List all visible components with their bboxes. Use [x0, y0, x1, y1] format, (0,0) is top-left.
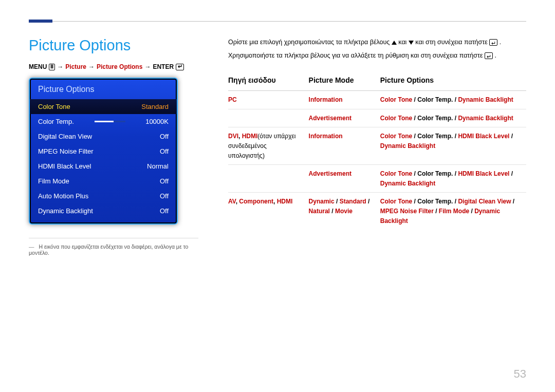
cell-text: Color Temp. [417, 133, 453, 140]
intro-line1a: Ορίστε μια επιλογή χρησιμοποιώντας τα πλ… [228, 39, 392, 46]
cell-text: / [412, 170, 417, 177]
cell-text: / [469, 208, 474, 215]
cell-text: Color Tone [380, 170, 412, 177]
footnote-text: Η εικόνα που εμφανίζεται ενδέχεται να δι… [29, 244, 188, 256]
osd-row-value: Off [160, 207, 169, 215]
osd-row-label: Digital Clean View [38, 133, 92, 140]
breadcrumb: MENU Ⅲ → Picture → Picture Options → ENT… [29, 63, 203, 70]
cell-text: Color Tone [380, 133, 412, 140]
cell-text: Dynamic Backlight [380, 180, 435, 187]
osd-row-label: Film Mode [38, 177, 69, 185]
breadcrumb-picture: Picture [65, 63, 86, 70]
cell-text: Information [309, 96, 343, 103]
cell-text: Color Temp. [417, 198, 453, 205]
table-cell: PC [228, 91, 309, 109]
cell-text: MPEG Noise Filter [380, 208, 434, 215]
note-rule [29, 238, 198, 238]
cell-text: Advertisement [309, 170, 351, 177]
osd-row-value: Standard [141, 103, 169, 110]
th-mode: Picture Mode [309, 71, 380, 91]
osd-row-label: Color Temp. [38, 118, 74, 125]
cell-text: Color Temp. [417, 170, 453, 177]
cell-text: Digital Clean View [458, 198, 511, 205]
intro-text: Ορίστε μια επιλογή χρησιμοποιώντας τα πλ… [228, 37, 526, 62]
osd-row[interactable]: Color ToneStandard [30, 99, 177, 114]
osd-row[interactable]: Dynamic BacklightOff [30, 203, 177, 218]
cell-text: Advertisement [309, 115, 351, 122]
osd-row-label: Dynamic Backlight [38, 207, 93, 215]
osd-row-label: HDMI Black Level [38, 162, 91, 170]
arrow-icon: → [144, 63, 151, 70]
cell-text: HDMI [277, 198, 293, 205]
osd-title: Picture Options [30, 79, 177, 99]
intro-line1b: και στη συνέχεια πατήστε [415, 39, 489, 46]
osd-row-label: Color Tone [38, 103, 70, 110]
cell-text: Dynamic [309, 198, 335, 205]
cell-text: Movie [335, 208, 353, 215]
cell-text: / [453, 170, 458, 177]
osd-row-value: Normal [147, 162, 169, 170]
enter-icon [485, 52, 493, 59]
osd-row[interactable]: Auto Motion PlusOff [30, 189, 177, 203]
cell-text: HDMI Black Level [458, 170, 509, 177]
table-row: AdvertisementColor Tone / Color Temp. / … [228, 165, 526, 193]
slider[interactable] [95, 121, 125, 122]
menu-icon: Ⅲ [49, 64, 55, 70]
breadcrumb-menu: MENU [29, 63, 47, 70]
table-cell: AV, Component, HDMI [228, 193, 309, 230]
intro-line1end: . [499, 39, 501, 46]
cell-text: HDMI Black Level [458, 133, 509, 140]
cell-text: Dynamic Backlight [458, 115, 513, 122]
osd-row[interactable]: Film ModeOff [30, 174, 177, 189]
breadcrumb-picture-options: Picture Options [97, 63, 142, 70]
dash: ― [29, 244, 34, 250]
th-source: Πηγή εισόδου [228, 71, 309, 91]
down-arrow-icon [409, 41, 414, 45]
cell-text: Standard [340, 198, 366, 205]
cell-text: / [335, 198, 340, 205]
table-cell: Information [309, 91, 380, 109]
osd-row-label: Auto Motion Plus [38, 192, 88, 200]
osd-row[interactable]: Digital Clean ViewOff [30, 129, 177, 144]
cell-text: / [453, 96, 458, 103]
intro-line1mid: και [398, 39, 409, 46]
osd-row[interactable]: Color Temp.10000K [30, 114, 177, 129]
cell-text: AV [228, 198, 236, 205]
cell-text: Color Tone [380, 198, 412, 205]
cell-text: Dynamic Backlight [458, 96, 513, 103]
page-number: 53 [514, 367, 526, 381]
table-cell: Advertisement [309, 109, 380, 127]
cell-text: Film Mode [439, 208, 469, 215]
osd-row-value: 10000K [145, 118, 169, 125]
intro-line2end: . [494, 52, 496, 59]
table-cell: Information [309, 127, 380, 165]
osd-row-value: Off [160, 147, 169, 155]
cell-text: Component [239, 198, 273, 205]
table-row: DVI, HDMI(όταν υπάρχει συνδεδεμένος υπολ… [228, 127, 526, 165]
cell-text: / [412, 96, 417, 103]
cell-text: , [238, 133, 242, 140]
table-cell: Dynamic / Standard / Natural / Movie [309, 193, 380, 230]
horizontal-rule [52, 21, 526, 22]
enter-icon [489, 39, 497, 46]
footnote: ― Η εικόνα που εμφανίζεται ενδέχεται να … [29, 244, 203, 256]
cell-text: / [412, 133, 417, 140]
table-cell [228, 109, 309, 127]
cell-text: Color Tone [380, 96, 412, 103]
table-cell: Color Tone / Color Temp. / HDMI Black Le… [380, 127, 526, 165]
osd-row[interactable]: MPEG Noise FilterOff [30, 144, 177, 159]
table-cell: Color Tone / Color Temp. / Dynamic Backl… [380, 91, 526, 109]
cell-text: / [509, 133, 513, 140]
osd-row-value: Off [160, 133, 169, 140]
table-cell: Advertisement [309, 165, 380, 193]
table-cell: Color Tone / Color Temp. / HDMI Black Le… [380, 165, 526, 193]
table-cell: Color Tone / Color Temp. / Digital Clean… [380, 193, 526, 230]
top-rule [29, 20, 526, 23]
cell-text: Dynamic Backlight [380, 142, 435, 150]
table-row: AdvertisementColor Tone / Color Temp. / … [228, 109, 526, 127]
osd-row[interactable]: HDMI Black LevelNormal [30, 159, 177, 174]
cell-text: Color Tone [380, 115, 412, 122]
table-cell [228, 165, 309, 193]
breadcrumb-enter: ENTER [153, 63, 174, 70]
cell-text: / [453, 198, 458, 205]
